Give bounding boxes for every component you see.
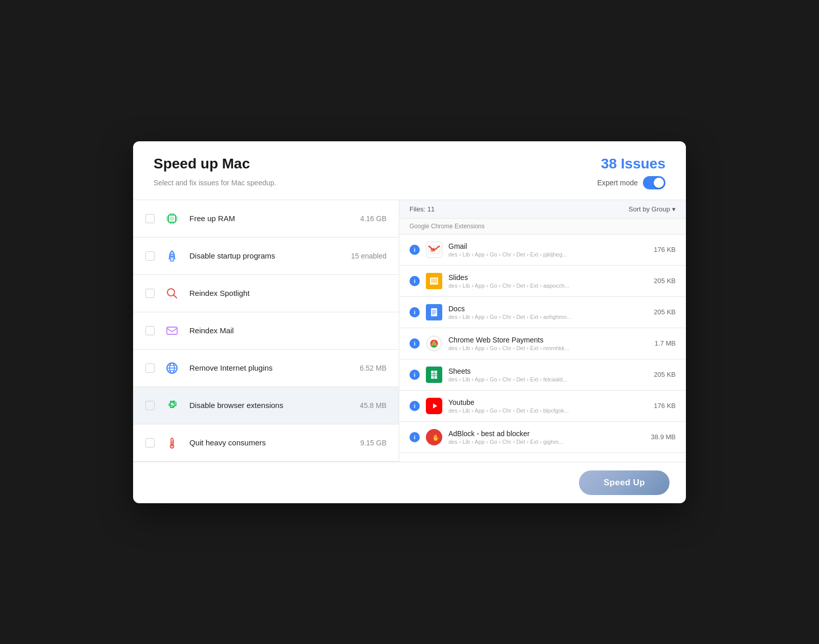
files-count: Files: 11: [410, 205, 435, 213]
speed-up-button[interactable]: Speed Up: [579, 470, 670, 495]
expert-mode-label: Expert mode: [597, 179, 638, 187]
file-path-gmail: des › Lib › App › Go › Chr › Det › Ext ›…: [448, 251, 648, 257]
item-label-extensions: Disable browser extensions: [189, 401, 352, 410]
info-icon-cwsp[interactable]: i: [410, 338, 420, 349]
info-icon-gmail[interactable]: i: [410, 245, 420, 255]
file-info-cwsp: Chrome Web Store Payments des › Lib › Ap…: [448, 336, 649, 351]
file-item-sheets[interactable]: i Sheets des › Lib › App › Go › Chr › De…: [399, 359, 686, 391]
file-name-gmail: Gmail: [448, 242, 648, 250]
main-window: Speed up Mac 38 Issues Select and fix is…: [133, 141, 686, 503]
list-item-mail[interactable]: Reindex Mail: [133, 312, 399, 350]
item-label-spotlight: Reindex Spotlight: [189, 289, 378, 297]
checkbox-plugins[interactable]: [145, 363, 155, 373]
file-size-cwsp: 1.7 MB: [655, 339, 676, 347]
file-path-docs: des › Lib › App › Go › Chr › Det › Ext ›…: [448, 314, 648, 320]
subtitle: Select and fix issues for Mac speedup.: [154, 179, 276, 187]
file-info-gmail: Gmail des › Lib › App › Go › Chr › Det ›…: [448, 242, 648, 257]
right-panel: Files: 11 Sort by Group ▾ Google Chrome …: [399, 200, 686, 462]
file-size-youtube: 176 KB: [654, 402, 676, 410]
file-name-sheets: Sheets: [448, 367, 648, 375]
item-value-startup: 15 enabled: [351, 252, 386, 260]
thermometer-icon: [163, 434, 181, 452]
file-item-youtube[interactable]: i Youtube des › Lib › App › Go › Chr › D…: [399, 391, 686, 422]
item-label-heavy: Quit heavy consumers: [189, 438, 352, 447]
group-label: Google Chrome Extensions: [399, 219, 686, 234]
file-path-cwsp: des › Lib › App › Go › Chr › Det › Ext ›…: [448, 345, 649, 351]
rocket-icon: [163, 247, 181, 265]
file-info-youtube: Youtube des › Lib › App › Go › Chr › Det…: [448, 398, 648, 414]
file-size-docs: 205 KB: [654, 308, 676, 316]
chip-icon: [163, 209, 181, 228]
cwsp-app-icon: [426, 335, 442, 352]
slides-app-icon: [426, 273, 442, 289]
svg-rect-28: [171, 441, 173, 445]
item-label-startup: Disable startup programs: [189, 251, 343, 260]
info-icon-adblock[interactable]: i: [410, 432, 420, 442]
sort-by-button[interactable]: Sort by Group ▾: [629, 205, 676, 213]
file-item-gmail[interactable]: i M Gmail des › Lib › App › Go › Chr › D…: [399, 234, 686, 266]
issues-count: 38 Issues: [601, 156, 665, 172]
item-label-free-ram: Free up RAM: [189, 214, 352, 223]
file-name-docs: Docs: [448, 305, 648, 313]
search-icon: [163, 284, 181, 303]
sort-label: Sort by Group: [629, 205, 670, 213]
item-value-extensions: 45.8 MB: [360, 401, 386, 410]
list-item-plugins[interactable]: Remove Internet plugins 6.52 MB: [133, 350, 399, 387]
file-item-docs[interactable]: i Docs des › Lib › App › Go › Chr › Det …: [399, 297, 686, 328]
file-name-youtube: Youtube: [448, 398, 648, 406]
youtube-app-icon: [426, 398, 442, 414]
file-name-slides: Slides: [448, 273, 648, 282]
info-icon-docs[interactable]: i: [410, 307, 420, 317]
left-panel: Free up RAM 4.16 GB Disable startup prog…: [133, 200, 399, 462]
file-size-sheets: 205 KB: [654, 371, 676, 378]
info-icon-slides[interactable]: i: [410, 276, 420, 286]
svg-rect-32: [431, 278, 437, 283]
expert-mode-toggle[interactable]: Expert mode: [597, 176, 665, 189]
list-item-startup[interactable]: Disable startup programs 15 enabled: [133, 238, 399, 275]
checkbox-heavy[interactable]: [145, 438, 155, 447]
gmail-app-icon: M: [426, 242, 442, 258]
file-item-cwsp[interactable]: i Chrome Web Store Payments des › Lib › …: [399, 328, 686, 359]
file-name-adblock: AdBlock - best ad blocker: [448, 430, 645, 438]
svg-marker-43: [433, 403, 437, 409]
file-item-adblock[interactable]: i ✋ AdBlock - best ad blocker des › Lib …: [399, 422, 686, 453]
item-label-mail: Reindex Mail: [189, 326, 378, 335]
globe-icon: [163, 359, 181, 377]
adblock-app-icon: ✋: [426, 429, 442, 445]
right-panel-header: Files: 11 Sort by Group ▾: [399, 200, 686, 219]
file-info-sheets: Sheets des › Lib › App › Go › Chr › Det …: [448, 367, 648, 382]
item-value-free-ram: 4.16 GB: [360, 214, 386, 223]
header: Speed up Mac 38 Issues Select and fix is…: [133, 141, 686, 200]
file-info-adblock: AdBlock - best ad blocker des › Lib › Ap…: [448, 430, 645, 445]
sort-chevron-icon: ▾: [672, 205, 676, 213]
item-value-plugins: 6.52 MB: [360, 364, 386, 372]
svg-line-16: [174, 295, 177, 298]
list-item-free-ram[interactable]: Free up RAM 4.16 GB: [133, 200, 399, 238]
list-item-heavy[interactable]: Quit heavy consumers 9.15 GB: [133, 424, 399, 462]
checkbox-extensions[interactable]: [145, 401, 155, 410]
file-path-adblock: des › Lib › App › Go › Chr › Det › Ext ›…: [448, 439, 645, 445]
file-size-slides: 205 KB: [654, 277, 676, 285]
checkbox-mail[interactable]: [145, 326, 155, 335]
file-path-slides: des › Lib › App › Go › Chr › Det › Ext ›…: [448, 283, 648, 289]
info-icon-sheets[interactable]: i: [410, 370, 420, 380]
item-value-heavy: 9.15 GB: [360, 439, 386, 447]
checkbox-free-ram[interactable]: [145, 214, 155, 223]
footer: Speed Up: [133, 462, 686, 503]
content-area: Free up RAM 4.16 GB Disable startup prog…: [133, 200, 686, 462]
svg-rect-1: [170, 217, 174, 221]
mail-icon: [163, 321, 181, 340]
info-icon-youtube[interactable]: i: [410, 401, 420, 411]
list-item-extensions[interactable]: Disable browser extensions 45.8 MB: [133, 387, 399, 424]
svg-text:M: M: [430, 247, 435, 253]
checkbox-spotlight[interactable]: [145, 289, 155, 298]
page-title: Speed up Mac: [154, 156, 250, 172]
file-item-slides[interactable]: i Slides des › Lib › App › Go › Chr › De…: [399, 266, 686, 297]
svg-point-24: [170, 444, 174, 448]
file-info-docs: Docs des › Lib › App › Go › Chr › Det › …: [448, 305, 648, 320]
expert-mode-switch[interactable]: [643, 176, 665, 189]
checkbox-startup[interactable]: [145, 251, 155, 261]
file-path-sheets: des › Lib › App › Go › Chr › Det › Ext ›…: [448, 376, 648, 382]
list-item-spotlight[interactable]: Reindex Spotlight: [133, 275, 399, 312]
file-size-gmail: 176 KB: [654, 246, 676, 253]
